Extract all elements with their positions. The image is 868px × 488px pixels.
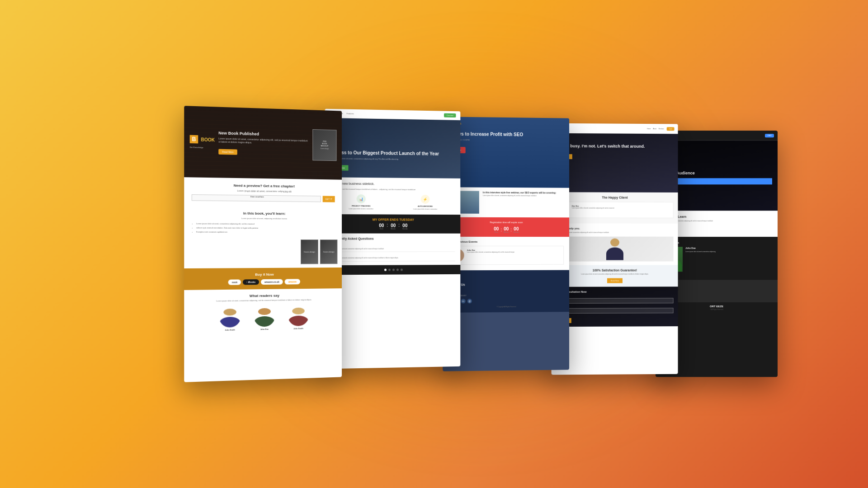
webinar-sep-2: : xyxy=(510,228,512,232)
reader-1-avatar xyxy=(219,305,241,327)
course-nav-reviews[interactable]: Reviews xyxy=(659,128,664,130)
book-email-row: Enter email here GET IT xyxy=(192,194,335,202)
course-nav-home[interactable]: Home xyxy=(647,128,651,130)
course-guarantee-section: 100% Satisfaction Guarantee! Lorem ipsum… xyxy=(552,265,678,287)
product-hero-title: Access to Our Biggest Product Launch of … xyxy=(330,150,439,157)
book-covers-row: Covers design Covers design xyxy=(184,239,342,268)
product-nav-connect-btn[interactable]: Connect xyxy=(444,113,456,117)
course-happy-title: The Happy Client xyxy=(556,196,674,199)
book-cover-image: PSDBOOKMOCKUP Covers design xyxy=(312,129,336,160)
course-nav-login-btn[interactable]: Login xyxy=(666,127,674,131)
countdown-seconds: 00 Seconds xyxy=(402,223,408,230)
webinar-email-icon[interactable]: @ xyxy=(467,299,472,303)
countdown-minutes-value: 00 xyxy=(391,223,396,228)
webinar-events-title: se for previous Events xyxy=(448,240,564,243)
book-landing-page: B BOOK Get Knowledge New Book Published … xyxy=(184,106,342,382)
buy-ibooks-btn[interactable]:  iBooks xyxy=(243,279,259,285)
product-feature-icons: 📊 PROJECT TRACKING Lorem ipsum dolor sit… xyxy=(330,194,455,211)
book-readers-section: What readers say Lorem ipsum dolor sit a… xyxy=(184,288,342,337)
invoicing-desc: Lorem ipsum dolor sit amet, consectetur xyxy=(395,208,455,211)
dot-4[interactable] xyxy=(396,268,398,271)
faq-question-1: ...ue? xyxy=(330,245,455,247)
book-preview-title: Need a preview? Get a free chapter! xyxy=(192,183,335,189)
book-reader-1: John Smith xyxy=(214,305,246,331)
webinar-landing-page: WEBINAR Live Webinar e Ways to Increase … xyxy=(443,117,569,371)
buy-nook-btn[interactable]: nook xyxy=(228,279,241,285)
product-hero: Access to Our Biggest Product Launch of … xyxy=(325,118,461,178)
course-help-section: Help me, help you. Lorem ipsum dolor sit… xyxy=(552,223,678,265)
dot-2[interactable] xyxy=(388,268,391,271)
book-b-icon: B xyxy=(190,135,198,143)
squeeze-speaker-content: John Doe Lorem ipsum dolor sit amet cons… xyxy=(685,247,716,272)
course-testimonial: Dee Dee Lorem ipsum dolor sit amet conse… xyxy=(556,202,674,218)
book-bullets-list: Lorem ipsum dolor sit amet, consectetur … xyxy=(192,222,335,234)
course-consult-name-input[interactable] xyxy=(556,298,674,304)
dot-1[interactable] xyxy=(384,268,387,271)
product-nav-features[interactable]: Features xyxy=(347,113,354,115)
book-reader-2: John Doe xyxy=(249,305,280,330)
course-nav-about[interactable]: About xyxy=(653,128,656,130)
book-cover-label: PSDBOOKMOCKUP xyxy=(321,140,329,147)
course-test-content: Dee Dee Lorem ipsum dolor sit amet conse… xyxy=(572,205,614,215)
course-help-image xyxy=(556,236,674,261)
course-guarantee-text: Lorem ipsum dolor sit amet consectetur a… xyxy=(556,273,674,275)
webinar-footer-title: Contact Us xyxy=(448,283,564,286)
book-email-input[interactable]: Enter email here xyxy=(192,194,321,202)
webinar-sep-1: : xyxy=(500,227,502,232)
course-landing-page: ... Home About Reviews Login Welcome You… xyxy=(552,123,678,375)
book-mini-cover-1: Covers design xyxy=(301,239,318,264)
webinar-minutes-value: 00 xyxy=(504,226,509,231)
product-features-title: ...t your new business sidekick. xyxy=(330,182,455,186)
webinar-social-row: f t in @ xyxy=(448,298,564,303)
event-content: John Doe Lorem ipsum dolor sit amet, con… xyxy=(467,249,514,262)
course-help-person xyxy=(606,238,624,260)
dot-5[interactable] xyxy=(400,268,402,271)
book-hero-subtitle: Lorem ipsum dolor sit amet, consectetur … xyxy=(218,137,309,145)
webinar-hero: WEBINAR Live Webinar e Ways to Increase … xyxy=(443,117,569,188)
book-buy-section: Buy it Now nook  iBooks amazon.co.uk am… xyxy=(184,267,342,290)
webinar-footer-sub: Live Webinar xyxy=(448,277,564,280)
book-buy-title: Buy it Now xyxy=(189,272,338,277)
product-hero-content: Access to Our Biggest Product Launch of … xyxy=(330,150,439,172)
webinar-interview-content: In this interview style live webinar, ou… xyxy=(483,191,556,214)
product-landing-page: Home About Features Connect Access to Ou… xyxy=(325,109,461,369)
webinar-countdown-hours: 00 Hours xyxy=(494,226,499,233)
webinar-footer: WEBINAR Live Webinar Contact Us + 1 (234… xyxy=(443,270,569,313)
reader-3-name: John Smith xyxy=(283,327,314,329)
buy-amazon-btn[interactable]: amazon xyxy=(285,279,300,284)
book-readers-title: What readers say xyxy=(192,293,335,299)
dot-3[interactable] xyxy=(392,268,395,271)
squeeze-nav-start-btn[interactable]: START xyxy=(765,134,774,137)
event-text: Lorem ipsum dolor sit amet, consectetur … xyxy=(467,251,514,253)
webinar-countdown-section: Registration time will expire soon 00 Ho… xyxy=(443,217,569,237)
product-features-sub: adipiscing elit, sed do eiusmod tempor i… xyxy=(330,188,455,192)
course-guarantee-title: 100% Satisfaction Guarantee! xyxy=(556,268,674,272)
book-brand: BOOK xyxy=(201,137,215,142)
countdown-minutes: 00 Minutes xyxy=(391,223,396,230)
course-guarantee-cta-btn[interactable]: Book Now xyxy=(607,278,623,283)
course-consult-section: Book Consultation Now Book Now xyxy=(552,286,678,327)
webinar-contact-items: + 1 (234) 456 7890 + 1 (234) 456 7891 12… xyxy=(448,288,564,297)
course-hero-title: You're busy. I'm not. Let's switch that … xyxy=(557,144,673,150)
product-hero-subtitle: Lorem ipsum dolor sit amet, consectetur … xyxy=(330,157,439,161)
webinar-events: se for previous Events John Doe Lorem ip… xyxy=(443,237,569,270)
course-help-text: Lorem ipsum dolor sit amet consectetur a… xyxy=(556,231,674,234)
book-read-more-btn[interactable]: Read More xyxy=(218,149,237,155)
course-welcome: Welcome xyxy=(557,140,673,143)
webinar-linkedin-icon[interactable]: in xyxy=(461,299,466,303)
product-dots xyxy=(325,265,461,275)
book-bullet-1: Lorem ipsum dolor sit amet, consectetur … xyxy=(196,222,335,226)
webinar-interview-section: In this interview style live webinar, ou… xyxy=(443,187,569,217)
buy-amazon-uk-btn[interactable]: amazon.co.uk xyxy=(261,279,283,284)
product-faq-title: Frequently Asked Questions xyxy=(330,237,455,240)
countdown-seconds-value: 00 xyxy=(402,223,408,228)
product-faq: Frequently Asked Questions ...ue? Lorem … xyxy=(325,234,461,265)
book-tagline: Get Knowledge xyxy=(190,146,203,149)
course-consult-email-input[interactable] xyxy=(556,308,674,314)
book-bullet-2: vulnure quis nostrud exercitation. Duis … xyxy=(196,226,335,230)
book-get-it-btn[interactable]: GET IT xyxy=(323,196,335,202)
webinar-countdown-minutes: 00 Minutes xyxy=(504,226,509,233)
reader-3-avatar xyxy=(288,304,309,326)
tracking-icon: 📊 xyxy=(357,194,366,203)
book-learn-subtitle: Lorem ipsum dolor sit amet, adipiscing v… xyxy=(192,217,335,220)
